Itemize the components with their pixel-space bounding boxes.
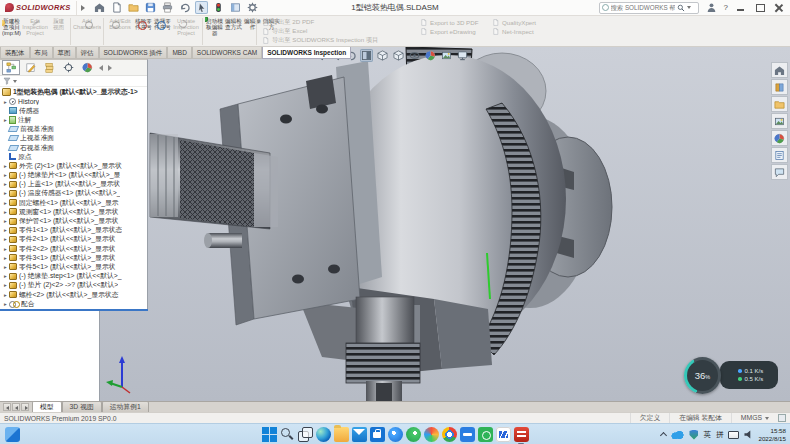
command-tab[interactable]: 评估 bbox=[76, 47, 99, 59]
design-library-tab[interactable] bbox=[771, 79, 788, 95]
export-menu-item[interactable]: Export to 3D PDF bbox=[420, 18, 479, 27]
feature-tree-item[interactable]: ▸ 螺栓<2> (默认<<默认>_显示状态 bbox=[0, 290, 147, 299]
store-icon[interactable] bbox=[370, 427, 385, 442]
edge-icon[interactable] bbox=[316, 427, 331, 442]
feature-tree-item[interactable]: 右视基准面 bbox=[0, 143, 147, 152]
solidworks-logo[interactable]: SOLIDWORKS bbox=[0, 1, 77, 15]
search-dropdown-icon[interactable] bbox=[687, 6, 691, 9]
expand-arrow-icon[interactable]: ▸ bbox=[2, 181, 9, 187]
feature-tree-item[interactable]: ▸ 零件2<1> (默认<<默认>_显示状 bbox=[0, 235, 147, 244]
command-tab[interactable]: SOLIDWORKS 插件 bbox=[99, 47, 168, 59]
export-menu-item[interactable]: 导出至 Excel bbox=[262, 27, 378, 36]
feature-tree-item[interactable]: ▸ History bbox=[0, 97, 147, 106]
appearances-scenes-tab[interactable] bbox=[771, 130, 788, 146]
document-tab[interactable]: 3D 视图 bbox=[62, 401, 102, 412]
feature-tree-item[interactable]: 传感器 bbox=[0, 106, 147, 115]
command-tab[interactable]: 草图 bbox=[53, 47, 76, 59]
feature-tree-item[interactable]: 原点 bbox=[0, 152, 147, 161]
file-properties-button[interactable] bbox=[229, 1, 242, 14]
mail-icon[interactable] bbox=[352, 427, 367, 442]
panel-splitter[interactable] bbox=[0, 309, 148, 311]
solidworks-app-icon[interactable] bbox=[514, 427, 529, 442]
feature-tree-item[interactable]: ▸ 外壳 (2)<1> (默认<<默认>_显示状 bbox=[0, 161, 147, 170]
cloud-sync-icon[interactable] bbox=[671, 431, 684, 439]
help-button[interactable]: ? bbox=[724, 3, 728, 12]
ime-language-indicator[interactable]: 英 bbox=[703, 430, 711, 440]
feature-tree-item[interactable]: ▸ 零件5<1> (默认<<默认>_显示状 bbox=[0, 262, 147, 271]
feature-tree-item[interactable]: ▸ (-) 温度传感器<1> (默认<<默认>_ bbox=[0, 189, 147, 198]
view-orientation-icon[interactable] bbox=[376, 49, 389, 62]
start-button[interactable] bbox=[262, 427, 277, 442]
command-tab[interactable]: SOLIDWORKS Inspection bbox=[262, 47, 351, 59]
touch-keyboard-icon[interactable] bbox=[728, 431, 739, 439]
save-button[interactable] bbox=[144, 1, 157, 14]
user-account-icon[interactable] bbox=[706, 2, 717, 13]
solidworks-resources-tab[interactable] bbox=[771, 62, 788, 78]
scroll-prev-icon[interactable] bbox=[12, 403, 20, 411]
custom-properties-tab[interactable] bbox=[771, 147, 788, 163]
expand-arrow-icon[interactable]: ▸ bbox=[2, 227, 9, 233]
display-style-icon[interactable] bbox=[392, 49, 405, 62]
ribbon-button[interactable]: Edit Inspection Project bbox=[21, 17, 49, 36]
scroll-next-icon[interactable] bbox=[21, 403, 29, 411]
command-tab[interactable]: 装配体 bbox=[0, 47, 30, 59]
units-selector[interactable]: MMGS bbox=[731, 413, 778, 423]
file-explorer-icon[interactable] bbox=[334, 427, 349, 442]
expand-arrow-icon[interactable]: ▸ bbox=[2, 301, 9, 307]
feature-tree-root[interactable]: 1型铠装热电偶 (默认<默认>_显示状态-1> bbox=[0, 87, 147, 97]
search-input[interactable] bbox=[611, 4, 675, 11]
ribbon-button[interactable]: 新建检 查项目 (imp:M) bbox=[2, 17, 21, 36]
expand-arrow-icon[interactable]: ▸ bbox=[2, 190, 9, 196]
feature-tree-item[interactable]: ▸ (-) 上盖<1> (默认<<默认>_显示状 bbox=[0, 180, 147, 189]
security-shield-icon[interactable] bbox=[689, 430, 698, 440]
filter-funnel-icon[interactable] bbox=[3, 77, 11, 85]
graphics-viewport[interactable]: 0.1 K/s 0.5 K/s 36% bbox=[100, 47, 790, 401]
feature-tree-item[interactable]: ▸ 保护管<1> (默认<<默认>_显示状 bbox=[0, 216, 147, 225]
restore-button[interactable] bbox=[754, 3, 766, 13]
ribbon-button[interactable]: 选择零 件序号 bbox=[153, 17, 172, 30]
widgets-icon[interactable] bbox=[5, 427, 20, 442]
expand-arrow-icon[interactable]: ▸ bbox=[2, 264, 9, 270]
edit-appearance-icon[interactable] bbox=[424, 49, 437, 62]
command-tab[interactable]: MBD bbox=[167, 47, 191, 59]
section-view-icon[interactable] bbox=[360, 49, 373, 62]
menu-flyout-icon[interactable] bbox=[81, 5, 85, 11]
hide-show-items-icon[interactable] bbox=[408, 49, 421, 62]
browser-green-icon[interactable] bbox=[406, 427, 421, 442]
command-tab[interactable]: SOLIDWORKS CAM bbox=[192, 47, 262, 59]
new-document-button[interactable] bbox=[110, 1, 123, 14]
undo-button[interactable] bbox=[178, 1, 191, 14]
propertymanager-tab[interactable] bbox=[21, 60, 39, 75]
ribbon-button[interactable]: 编辑检 查方式 bbox=[224, 17, 243, 30]
task-view-button[interactable] bbox=[298, 427, 313, 442]
browser-blue-icon[interactable] bbox=[388, 427, 403, 442]
solidworks-forum-tab[interactable] bbox=[771, 164, 788, 180]
chevron-up-icon[interactable] bbox=[660, 432, 667, 439]
units-dropdown-icon[interactable] bbox=[765, 417, 769, 420]
ribbon-button[interactable]: Update Inspection Project bbox=[172, 17, 200, 36]
scroll-first-icon[interactable] bbox=[3, 403, 11, 411]
feature-tree-item[interactable]: 上视基准面 bbox=[0, 134, 147, 143]
feature-tree-item[interactable]: ▸ 配合 bbox=[0, 299, 147, 308]
view-settings-icon[interactable] bbox=[456, 49, 469, 62]
document-tab[interactable]: 运动算例1 bbox=[102, 401, 149, 412]
custom-properties-tag-icon[interactable] bbox=[778, 414, 786, 422]
filter-dropdown-icon[interactable] bbox=[13, 80, 17, 83]
ribbon-button[interactable]: 移除零 件序号 bbox=[134, 17, 153, 30]
close-button[interactable] bbox=[773, 3, 785, 13]
document-tab[interactable]: 模型 bbox=[32, 401, 62, 412]
cpu-gauge[interactable]: 36% bbox=[684, 357, 721, 394]
model-bottom-stem[interactable] bbox=[346, 297, 420, 401]
help-search-box[interactable] bbox=[599, 2, 699, 14]
export-menu-item[interactable]: Export eDrawing bbox=[420, 27, 479, 36]
expand-arrow-icon[interactable]: ▸ bbox=[2, 200, 9, 206]
scroll-left-icon[interactable] bbox=[99, 65, 103, 71]
expand-arrow-icon[interactable]: ▸ bbox=[2, 236, 9, 242]
feature-tree-item[interactable]: ▸ 注解 bbox=[0, 115, 147, 124]
feature-tree-item[interactable]: ▸ 固定螺栓<1> (默认<<默认>_显示 bbox=[0, 198, 147, 207]
ribbon-button[interactable]: Add Characteristic bbox=[73, 17, 101, 30]
ime-mode-indicator[interactable]: 拼 bbox=[716, 430, 724, 440]
feature-tree-item[interactable]: ▸ (-) 绝缘垫.step<1> (默认<<默认>_ bbox=[0, 272, 147, 281]
apply-scene-icon[interactable] bbox=[440, 49, 453, 62]
expand-arrow-icon[interactable]: ▸ bbox=[2, 163, 9, 169]
